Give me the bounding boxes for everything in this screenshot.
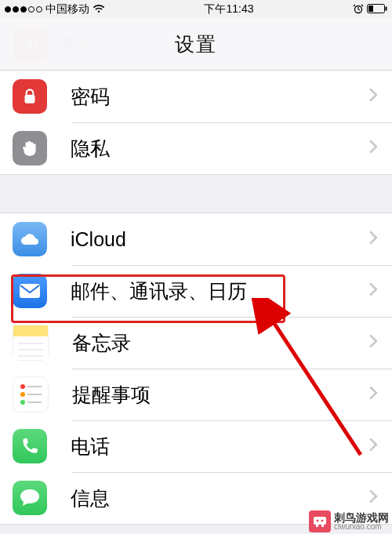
row-mail-contacts-calendar[interactable]: 邮件、通讯录、日历 — [0, 265, 392, 317]
row-label: 密码 — [71, 84, 368, 110]
signal-icon — [5, 6, 42, 13]
svg-point-21 — [317, 520, 319, 522]
settings-list[interactable]: 密码 隐私 iCloud — [0, 70, 392, 534]
carrier-label: 中国移动 — [45, 2, 89, 16]
page-title: 设置 — [175, 31, 217, 57]
watermark: 刺鸟游戏网 ciwuniao.com — [306, 509, 392, 534]
cloud-icon — [13, 222, 47, 256]
notes-icon — [13, 325, 49, 361]
svg-point-13 — [20, 392, 25, 397]
mail-icon — [13, 274, 47, 308]
row-label: iCloud — [71, 228, 368, 251]
chevron-right-icon — [368, 489, 378, 507]
group-spacer — [0, 175, 392, 213]
chevron-right-icon — [368, 231, 378, 248]
svg-rect-4 — [25, 95, 35, 104]
row-phone[interactable]: 电话 — [0, 420, 392, 472]
settings-group: 密码 隐私 — [0, 70, 392, 175]
settings-group: iCloud 邮件、通讯录、日历 备忘录 — [0, 213, 392, 525]
row-label: 邮件、通讯录、日历 — [71, 278, 368, 304]
chevron-right-icon — [368, 282, 378, 300]
watermark-logo-icon — [309, 510, 331, 532]
status-right — [353, 3, 387, 16]
row-password[interactable]: 密码 — [0, 71, 392, 122]
nav-bar: 设置 — [0, 19, 392, 71]
chevron-right-icon — [368, 88, 378, 105]
row-label: 电话 — [71, 434, 368, 460]
status-time: 下午11:43 — [105, 2, 353, 16]
svg-rect-19 — [316, 525, 318, 527]
row-notes[interactable]: 备忘录 — [0, 317, 392, 369]
row-label: 信息 — [71, 485, 368, 511]
chevron-right-icon — [368, 386, 378, 403]
row-icloud[interactable]: iCloud — [0, 213, 392, 265]
svg-point-15 — [20, 400, 25, 405]
svg-rect-2 — [368, 5, 373, 12]
wifi-icon — [93, 3, 105, 16]
svg-point-22 — [321, 520, 324, 522]
watermark-url: ciwuniao.com — [334, 523, 389, 531]
svg-rect-18 — [314, 517, 326, 525]
row-label: 提醒事项 — [72, 382, 368, 408]
hand-icon — [13, 131, 47, 165]
row-reminders[interactable]: 提醒事项 — [0, 369, 392, 420]
svg-rect-20 — [321, 525, 324, 527]
chevron-right-icon — [368, 140, 378, 157]
row-label: 备忘录 — [72, 330, 368, 356]
svg-rect-3 — [386, 7, 387, 11]
alarm-icon — [353, 3, 364, 16]
battery-icon — [367, 3, 387, 16]
lock-icon — [13, 79, 47, 114]
reminders-icon — [13, 376, 49, 412]
status-bar: 中国移动 下午11:43 — [0, 0, 392, 19]
svg-rect-6 — [13, 325, 48, 336]
chevron-right-icon — [368, 438, 378, 455]
watermark-name: 刺鸟游戏网 — [334, 512, 389, 523]
chevron-right-icon — [368, 334, 378, 351]
row-label: 隐私 — [71, 136, 368, 162]
message-icon — [13, 481, 47, 515]
phone-icon — [13, 429, 47, 463]
row-privacy[interactable]: 隐私 — [0, 122, 392, 174]
svg-rect-5 — [20, 284, 40, 298]
svg-point-11 — [20, 384, 25, 389]
status-left: 中国移动 — [5, 2, 105, 16]
